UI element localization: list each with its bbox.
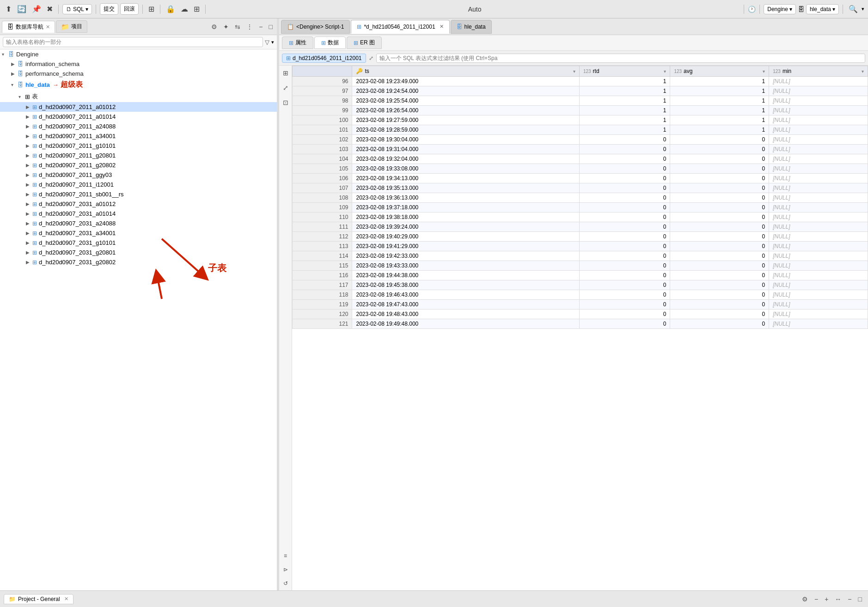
expand-icon[interactable]: ⤢ <box>369 55 373 61</box>
table-row[interactable]: 103 2023-02-08 19:31:04.000 0 0 [NULL] <box>293 145 868 154</box>
tree-item-d_hd20d0907_2031_a01014[interactable]: ▶ ⊞ d_hd20d0907_2031_a01014 <box>0 209 277 219</box>
table-row[interactable]: 110 2023-02-08 19:38:18.000 0 0 [NULL] <box>293 212 868 222</box>
avg-sort-icon[interactable]: ▾ <box>763 69 765 74</box>
table-row[interactable]: 116 2023-02-08 19:44:38.000 0 0 [NULL] <box>293 271 868 280</box>
tab-db-navigator[interactable]: 🗄 数据库导航 ✕ <box>2 21 55 33</box>
search-icon[interactable]: 🔍 <box>847 4 860 14</box>
rollback-button[interactable]: 回滚 <box>120 3 139 15</box>
status-max-icon[interactable]: □ <box>856 595 864 604</box>
table-row[interactable]: 102 2023-02-08 19:30:04.000 0 0 [NULL] <box>293 135 868 145</box>
toolbar-icon-cloud[interactable]: ☁ <box>179 4 190 14</box>
col-header-min[interactable]: 123 min ▾ <box>769 66 868 77</box>
table-row[interactable]: 98 2023-02-08 19:25:54.000 1 1 [NULL] <box>293 96 868 106</box>
submit-button[interactable]: 提交 <box>100 3 118 15</box>
table-row[interactable]: 114 2023-02-08 19:42:33.000 0 0 [NULL] <box>293 251 868 261</box>
toolbar-icon-lock[interactable]: 🔒 <box>164 4 177 14</box>
tree-item-d_hd20d0907_2031_a34001[interactable]: ▶ ⊞ d_hd20d0907_2031_a34001 <box>0 228 277 238</box>
status-plus-icon[interactable]: + <box>822 595 831 604</box>
tree-item-d_hd20d0907_2011_g20802[interactable]: ▶ ⊞ d_hd20d0907_2011_g20802 <box>0 160 277 170</box>
min-sort-icon[interactable]: ▾ <box>862 69 864 74</box>
status-min2-icon[interactable]: − <box>845 595 854 604</box>
tree-item-d_hd20d0907_2011_i12001[interactable]: ▶ ⊞ d_hd20d0907_2011_i12001 <box>0 180 277 189</box>
status-swap-icon[interactable]: ↔ <box>832 595 844 604</box>
toolbar-icon-grid[interactable]: ⊞ <box>192 4 202 14</box>
sub-tab-er[interactable]: ⊞ ER 图 <box>347 36 382 49</box>
search-input[interactable] <box>3 37 263 47</box>
vert-icon-refresh2[interactable]: ↺ <box>282 578 289 589</box>
tree-item-d_hd20d0907_2011_g20801[interactable]: ▶ ⊞ d_hd20d0907_2011_g20801 <box>0 151 277 160</box>
table-row[interactable]: 105 2023-02-08 19:33:08.000 0 0 [NULL] <box>293 164 868 174</box>
table-row[interactable]: 109 2023-02-08 19:37:18.000 0 0 [NULL] <box>293 203 868 212</box>
tree-item-d_hd20d0907_2011_ggy03[interactable]: ▶ ⊞ d_hd20d0907_2011_ggy03 <box>0 170 277 180</box>
tree-item-perf-schema[interactable]: ▶ 🗄 performance_schema <box>0 69 277 79</box>
left-action-maximize[interactable]: □ <box>267 22 275 31</box>
table-row[interactable]: 99 2023-02-08 19:26:54.000 1 1 [NULL] <box>293 106 868 115</box>
vert-icon-filter[interactable]: ≡ <box>283 551 288 561</box>
table-row[interactable]: 106 2023-02-08 19:34:13.000 0 0 [NULL] <box>293 174 868 183</box>
tab-table-active[interactable]: ⊞ *d_hd21d0546_2011_i12001 ✕ <box>351 20 449 34</box>
tree-item-dengine[interactable]: ▾ 🗄 Dengine <box>0 49 277 59</box>
col-header-ts[interactable]: 🔑 ts ▾ <box>352 66 579 77</box>
toolbar-icon-cancel[interactable]: ✖ <box>45 4 55 14</box>
tree-item-d_hd20d0907_2031_g20801[interactable]: ▶ ⊞ d_hd20d0907_2031_g20801 <box>0 248 277 257</box>
tree-item-d_hd20d0907_2011_a01014[interactable]: ▶ ⊞ d_hd20d0907_2011_a01014 <box>0 112 277 121</box>
sql-button[interactable]: 🗋 SQL ▾ <box>62 4 92 14</box>
toolbar-icon-1[interactable]: ⬆ <box>4 4 13 14</box>
table-row[interactable]: 104 2023-02-08 19:32:04.000 0 0 [NULL] <box>293 154 868 164</box>
filter-icon[interactable]: ▽ <box>265 39 269 46</box>
col-header-avg[interactable]: 123 avg ▾ <box>670 66 769 77</box>
left-action-minimize[interactable]: − <box>257 22 265 31</box>
tree-item-d_hd20d0907_2031_g20802[interactable]: ▶ ⊞ d_hd20d0907_2031_g20802 <box>0 257 277 267</box>
tab-hle-data[interactable]: 🗄 hle_data <box>451 20 492 34</box>
tab-project[interactable]: 📁 项目 <box>56 20 87 33</box>
table-row[interactable]: 112 2023-02-08 19:40:29.000 0 0 [NULL] <box>293 232 868 242</box>
tree-item-d_hd20d0907_2011_a34001[interactable]: ▶ ⊞ d_hd20d0907_2011_a34001 <box>0 131 277 141</box>
tree-item-tables-group[interactable]: ▾ ⊞ 表 <box>0 91 277 102</box>
table-row[interactable]: 97 2023-02-08 19:24:54.000 1 1 [NULL] <box>293 86 868 96</box>
table-row[interactable]: 120 2023-02-08 19:48:43.000 0 0 [NULL] <box>293 310 868 319</box>
sql-filter-input[interactable] <box>376 54 866 63</box>
table-row[interactable]: 113 2023-02-08 19:41:29.000 0 0 [NULL] <box>293 242 868 251</box>
table-row[interactable]: 101 2023-02-08 19:28:59.000 1 1 [NULL] <box>293 125 868 135</box>
left-action-link[interactable]: ⇆ <box>232 22 243 31</box>
tree-item-d_hd20d0907_2031_a24088[interactable]: ▶ ⊞ d_hd20d0907_2031_a24088 <box>0 219 277 228</box>
vert-icon-settings[interactable]: ⊳ <box>282 565 289 575</box>
tree-item-d_hd20d0907_2011_a01012[interactable]: ▶ ⊞ d_hd20d0907_2011_a01012 <box>0 102 277 112</box>
table-row[interactable]: 117 2023-02-08 19:45:38.000 0 0 [NULL] <box>293 280 868 290</box>
left-action-add[interactable]: ✦ <box>221 22 231 31</box>
rtd-sort-icon[interactable]: ▾ <box>664 69 666 74</box>
status-minus-icon[interactable]: − <box>812 595 820 604</box>
project-general-tab[interactable]: 📁 Project - General ✕ <box>4 594 73 604</box>
tree-item-d_hd20d0907_2031_g10101[interactable]: ▶ ⊞ d_hd20d0907_2031_g10101 <box>0 238 277 248</box>
tree-item-d_hd20d0907_2011_sb001__rs[interactable]: ▶ ⊞ d_hd20d0907_2011_sb001__rs <box>0 189 277 199</box>
toolbar-icon-pin[interactable]: 📌 <box>30 4 43 14</box>
table-row[interactable]: 107 2023-02-08 19:35:13.000 0 0 [NULL] <box>293 183 868 193</box>
tab-close-icon[interactable]: ✕ <box>440 24 444 30</box>
tree-item-hle-data[interactable]: ▾ 🗄 hle_data → 超级表 <box>0 79 277 91</box>
vert-icon-table[interactable]: ⊡ <box>282 97 289 108</box>
table-row[interactable]: 121 2023-02-08 19:49:48.000 0 0 [NULL] <box>293 319 868 329</box>
table-row[interactable]: 119 2023-02-08 19:47:43.000 0 0 [NULL] <box>293 300 868 310</box>
vert-icon-grid[interactable]: ⊞ <box>282 67 289 79</box>
tree-item-d_hd20d0907_2011_a24088[interactable]: ▶ ⊞ d_hd20d0907_2011_a24088 <box>0 121 277 131</box>
status-gear-icon[interactable]: ⚙ <box>800 595 810 604</box>
sub-tab-data[interactable]: ⊞ 数据 <box>314 36 346 49</box>
left-action-dots[interactable]: ⋮ <box>244 22 255 31</box>
toolbar-icon-refresh[interactable]: 🔄 <box>15 4 28 14</box>
table-name-tag[interactable]: ⊞ d_hd21d0546_2011_i12001 <box>282 54 366 63</box>
vert-icon-expand[interactable]: ⤢ <box>282 82 289 93</box>
table-row[interactable]: 118 2023-02-08 19:46:43.000 0 0 [NULL] <box>293 290 868 300</box>
project-tab-close[interactable]: ✕ <box>64 596 68 602</box>
dengine-dropdown[interactable]: Dengine ▾ <box>764 4 796 14</box>
tree-item-d_hd20d0907_2011_g10101[interactable]: ▶ ⊞ d_hd20d0907_2011_g10101 <box>0 141 277 151</box>
tab-db-close[interactable]: ✕ <box>46 24 50 30</box>
table-row[interactable]: 100 2023-02-08 19:27:59.000 1 1 [NULL] <box>293 115 868 125</box>
col-header-rtd[interactable]: 123 rtd ▾ <box>579 66 670 77</box>
sub-tab-properties[interactable]: ⊞ 属性 <box>282 36 313 49</box>
hle-data-dropdown[interactable]: hle_data ▾ <box>806 4 839 14</box>
tree-item-d_hd20d0907_2031_a01012[interactable]: ▶ ⊞ d_hd20d0907_2031_a01012 <box>0 199 277 209</box>
table-row[interactable]: 111 2023-02-08 19:39:24.000 0 0 [NULL] <box>293 222 868 232</box>
tree-item-info-schema[interactable]: ▶ 🗄 information_schema <box>0 59 277 69</box>
table-row[interactable]: 108 2023-02-08 19:36:13.000 0 0 [NULL] <box>293 193 868 203</box>
table-row[interactable]: 115 2023-02-08 19:43:33.000 0 0 [NULL] <box>293 261 868 271</box>
